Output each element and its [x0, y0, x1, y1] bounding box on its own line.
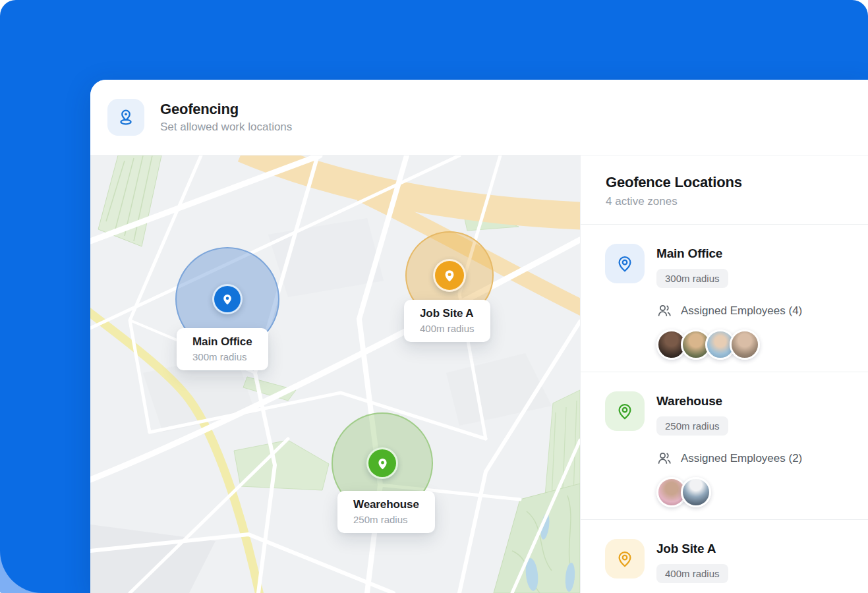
geofencing-card: Geofencing Set allowed work locations — [90, 80, 868, 593]
location-item-warehouse[interactable]: Warehouse 250m radius Assigned Employees… — [581, 372, 868, 519]
location-pin-icon — [605, 391, 645, 431]
assigned-employees-row: Assigned Employees (4) — [656, 303, 802, 319]
zone-label-radius: 300m radius — [192, 351, 252, 362]
map-background — [90, 155, 580, 593]
radius-badge: 300m radius — [656, 269, 728, 288]
card-header: Geofencing Set allowed work locations — [90, 80, 868, 155]
zone-marker-main-office[interactable] — [212, 284, 243, 314]
avatar-group — [656, 477, 802, 507]
assigned-employees-label: Assigned Employees (2) — [681, 452, 802, 465]
zone-label-radius: 250m radius — [353, 514, 419, 525]
zone-label-name: Job Site A — [420, 307, 475, 320]
panel-title: Geofence Locations — [606, 174, 843, 191]
map-canvas[interactable]: Main Office 300m radius Job Site A 400m … — [90, 155, 580, 593]
geofence-pin-icon — [107, 99, 144, 136]
zone-label-main-office: Main Office 300m radius — [177, 328, 268, 370]
zone-marker-warehouse[interactable] — [366, 447, 398, 479]
users-icon — [656, 451, 672, 466]
zone-label-warehouse: Wearehouse 250m radius — [337, 491, 435, 533]
page-subtitle: Set allowed work locations — [160, 121, 292, 134]
avatar — [681, 477, 711, 507]
users-icon — [656, 303, 672, 319]
radius-badge: 400m radius — [656, 564, 728, 583]
assigned-employees-row: Assigned Employees (2) — [656, 451, 802, 466]
zone-label-job-site-a: Job Site A 400m radius — [404, 300, 490, 342]
panel-header: Geofence Locations 4 active zones — [581, 155, 868, 224]
geofence-locations-panel: Geofence Locations 4 active zones Main O… — [580, 155, 868, 593]
location-pin-icon — [605, 539, 645, 579]
radius-badge: 250m radius — [656, 416, 728, 436]
avatar-group — [656, 329, 802, 360]
page-title: Geofencing — [160, 101, 292, 118]
location-name: Job Site A — [656, 542, 728, 556]
active-zones-count: 4 active zones — [606, 195, 843, 208]
location-name: Main Office — [656, 246, 802, 261]
assigned-employees-label: Assigned Employees (4) — [681, 304, 802, 318]
zone-marker-job-site-a[interactable] — [433, 259, 466, 292]
location-pin-icon — [605, 244, 645, 283]
zone-label-name: Wearehouse — [353, 498, 419, 511]
location-name: Warehouse — [656, 394, 802, 409]
avatar — [730, 329, 760, 360]
location-item-main-office[interactable]: Main Office 300m radius Assigned Employe… — [581, 225, 868, 372]
zone-label-name: Main Office — [192, 335, 252, 349]
zone-label-radius: 400m radius — [420, 323, 475, 334]
location-item-job-site-a[interactable]: Job Site A 400m radius — [581, 520, 868, 593]
